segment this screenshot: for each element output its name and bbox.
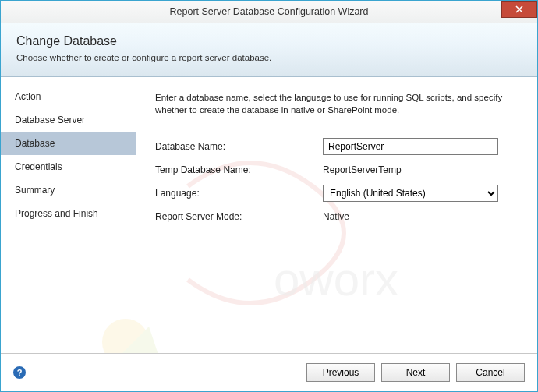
wizard-footer: ? Previous Next Cancel xyxy=(1,354,537,391)
next-button[interactable]: Next xyxy=(381,363,450,382)
label-language: Language: xyxy=(155,188,323,199)
input-database-name[interactable] xyxy=(323,138,498,155)
titlebar: Report Server Database Configuration Wiz… xyxy=(1,1,537,23)
row-language: Language: English (United States) xyxy=(155,185,519,202)
wizard-main: Enter a database name, select the langua… xyxy=(136,77,537,353)
wizard-window: Report Server Database Configuration Wiz… xyxy=(0,0,538,392)
step-progress-finish[interactable]: Progress and Finish xyxy=(1,202,136,225)
window-title: Report Server Database Configuration Wiz… xyxy=(170,6,369,17)
header-subtitle: Choose whether to create or configure a … xyxy=(16,53,522,62)
value-report-server-mode: Native xyxy=(323,211,349,222)
step-credentials[interactable]: Credentials xyxy=(1,155,136,178)
row-report-server-mode: Report Server Mode: Native xyxy=(155,211,519,222)
step-database[interactable]: Database xyxy=(1,132,136,155)
select-language[interactable]: English (United States) xyxy=(323,185,498,202)
wizard-header: Change Database Choose whether to create… xyxy=(1,23,537,77)
label-report-server-mode: Report Server Mode: xyxy=(155,211,323,222)
header-title: Change Database xyxy=(16,34,522,48)
value-temp-database-name: ReportServerTemp xyxy=(323,164,402,175)
row-database-name: Database Name: xyxy=(155,138,519,155)
close-button[interactable] xyxy=(501,1,537,18)
label-database-name: Database Name: xyxy=(155,141,323,152)
wizard-steps-sidebar: Action Database Server Database Credenti… xyxy=(1,77,136,353)
previous-button[interactable]: Previous xyxy=(306,363,375,382)
cancel-button[interactable]: Cancel xyxy=(456,363,525,382)
wizard-body: oworx Action Database Server Database Cr… xyxy=(1,77,537,354)
intro-text: Enter a database name, select the langua… xyxy=(155,91,519,116)
row-temp-database-name: Temp Database Name: ReportServerTemp xyxy=(155,164,519,175)
step-summary[interactable]: Summary xyxy=(1,178,136,202)
label-temp-database-name: Temp Database Name: xyxy=(155,164,323,175)
help-icon[interactable]: ? xyxy=(13,366,26,379)
close-icon xyxy=(515,5,523,13)
step-database-server[interactable]: Database Server xyxy=(1,108,136,132)
step-action[interactable]: Action xyxy=(1,85,136,108)
